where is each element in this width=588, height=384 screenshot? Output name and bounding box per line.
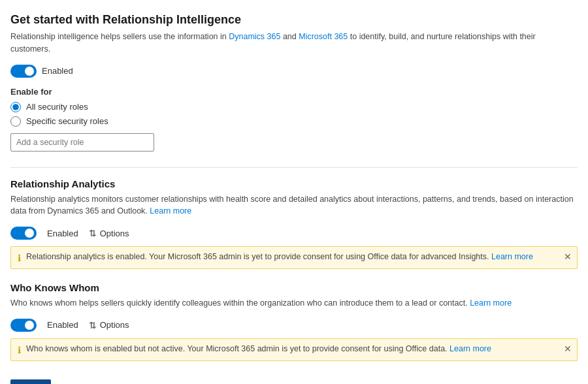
relationship-analytics-description: Relationship analytics monitors customer… [10, 193, 578, 218]
options-icon-2: ⇅ [89, 320, 97, 330]
top-enabled-toggle-row: Enabled [10, 65, 578, 78]
dynamics-365-link[interactable]: Dynamics 365 [229, 32, 280, 41]
security-roles-radio-group: All security roles Specific security rol… [10, 102, 578, 127]
relationship-analytics-controls: Enabled ⇅ Options [10, 227, 578, 240]
relationship-analytics-alert: ℹ Relationship analytics is enabled. You… [10, 246, 578, 269]
all-security-roles-option[interactable]: All security roles [10, 102, 578, 112]
specific-security-roles-radio[interactable] [10, 116, 21, 127]
options-icon: ⇅ [89, 228, 97, 238]
who-knows-whom-alert: ℹ Who knows whom is enabled but not acti… [10, 338, 578, 361]
relationship-analytics-alert-close[interactable]: ✕ [564, 252, 572, 261]
who-knows-whom-enabled-label: Enabled [47, 320, 78, 330]
who-knows-whom-section: Who Knows Whom Who knows whom helps sell… [10, 282, 578, 361]
all-security-roles-label: All security roles [26, 102, 88, 112]
who-knows-whom-alert-text: Who knows whom is enabled but not active… [26, 344, 570, 353]
alert-info-icon: ℹ [18, 253, 21, 263]
relationship-analytics-alert-text: Relationship analytics is enabled. Your … [26, 252, 570, 261]
save-button[interactable]: Save [10, 379, 51, 384]
who-knows-whom-title: Who Knows Whom [10, 282, 578, 293]
relationship-analytics-learn-more-link[interactable]: Learn more [150, 206, 191, 216]
who-knows-whom-alert-learn-more[interactable]: Learn more [449, 344, 491, 353]
who-knows-whom-options-button[interactable]: ⇅ Options [89, 320, 129, 330]
microsoft-365-link[interactable]: Microsoft 365 [299, 32, 348, 41]
who-knows-whom-controls: Enabled ⇅ Options [10, 319, 578, 332]
alert-info-icon-2: ℹ [18, 345, 21, 355]
top-enabled-label: Enabled [42, 66, 73, 76]
relationship-analytics-alert-learn-more[interactable]: Learn more [491, 252, 533, 261]
specific-security-roles-label: Specific security roles [26, 116, 108, 126]
relationship-analytics-options-label: Options [100, 229, 129, 238]
top-enabled-toggle[interactable] [10, 65, 37, 78]
who-knows-whom-options-label: Options [100, 320, 129, 330]
who-knows-whom-learn-more-link[interactable]: Learn more [470, 298, 512, 308]
relationship-analytics-toggle[interactable] [10, 227, 37, 240]
relationship-analytics-section: Relationship Analytics Relationship anal… [10, 178, 578, 270]
relationship-analytics-title: Relationship Analytics [10, 178, 578, 189]
relationship-analytics-options-button[interactable]: ⇅ Options [89, 228, 129, 238]
who-knows-whom-alert-close[interactable]: ✕ [564, 344, 572, 353]
page-title: Get started with Relationship Intelligen… [10, 13, 578, 27]
all-security-roles-radio[interactable] [10, 102, 21, 112]
page-description: Relationship intelligence helps sellers … [10, 31, 578, 56]
specific-security-roles-option[interactable]: Specific security roles [10, 116, 578, 127]
enable-for-label: Enable for [10, 87, 578, 97]
who-knows-whom-description: Who knows whom helps sellers quickly ide… [10, 297, 578, 310]
security-role-input[interactable] [10, 133, 154, 152]
who-knows-whom-toggle[interactable] [10, 319, 37, 332]
section-divider-1 [10, 167, 578, 168]
relationship-analytics-enabled-label: Enabled [47, 229, 78, 238]
